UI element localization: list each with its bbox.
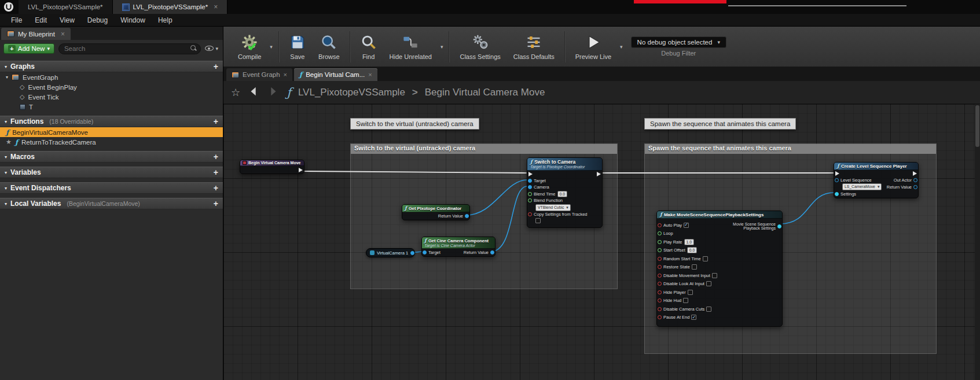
compile-button[interactable]: Compile [232,33,267,60]
close-icon[interactable]: × [284,71,287,78]
expander-icon[interactable]: ▾ [6,75,8,80]
tree-item-event-beginplay[interactable]: ◇ Event BeginPlay [0,82,223,92]
hide-hud-pin[interactable] [658,298,662,302]
hide-player-pin[interactable] [658,290,662,294]
window-tab-level[interactable]: LVL_PixotopeVSSample* [19,0,113,14]
blueprint-graph-canvas[interactable]: Switch to the virtual (untracked) camera… [223,104,980,380]
add-macro-button[interactable]: + [214,153,218,161]
nav-back-button[interactable] [247,85,260,100]
tree-item-begin-virtual-camera-move[interactable]: ƒ BeginVirtualCameraMove [0,127,223,137]
target-pin[interactable] [423,250,427,254]
close-icon[interactable]: × [368,71,372,78]
disable-look-at-input-pin[interactable] [658,282,662,286]
add-new-button[interactable]: + Add New ▾ [3,43,54,54]
level-sequence-dropdown[interactable]: LS_CameraMove ▾ [842,183,882,190]
settings-pin[interactable] [835,192,839,196]
menu-debug[interactable]: Debug [81,15,114,25]
class-defaults-button[interactable]: Class Defaults [507,33,561,60]
node-create-level-sequence-player[interactable]: ƒ Create Level Sequence Player Level Seq… [834,162,919,198]
disable-movement-input-checkbox[interactable] [712,273,717,278]
node-virtual-camera-variable[interactable]: VirtualCamera 1 [366,248,415,257]
section-variables[interactable]: ▾ Variables + [0,167,223,178]
exec-in-pin[interactable] [528,172,533,176]
search-input[interactable] [58,43,201,54]
nav-forward-button[interactable] [267,85,280,100]
node-make-playback-settings[interactable]: ƒ Make MovieSceneSequencePlaybackSetting… [656,211,783,327]
debug-object-dropdown[interactable]: No debug object selected ▾ [631,36,726,48]
blend-function-dropdown[interactable]: VTBlend Cubic ▾ [535,204,571,211]
exec-out-pin[interactable] [299,168,303,172]
random-start-time-pin[interactable] [658,257,662,261]
add-variable-button[interactable]: + [214,168,218,176]
section-macros[interactable]: ▾ Macros + [0,151,223,163]
auto-play-pin[interactable] [658,223,662,227]
pause-at-end-pin[interactable] [658,315,662,319]
exec-in-pin[interactable] [835,171,839,176]
auto-play-checkbox[interactable]: ✓ [684,223,689,228]
play-rate-pin[interactable] [658,240,662,244]
close-icon[interactable]: × [214,3,218,11]
save-button[interactable]: Save [283,33,312,60]
restore-state-checkbox[interactable] [692,264,697,270]
out-actor-pin[interactable] [913,178,917,182]
exec-out-pin[interactable] [913,171,917,176]
level-sequence-pin[interactable] [835,178,839,182]
menu-window[interactable]: Window [114,15,152,25]
add-local-variable-button[interactable]: + [214,200,218,208]
restore-state-pin[interactable] [658,265,662,269]
section-event-dispatchers[interactable]: ▾ Event Dispatchers + [0,182,223,194]
copy-settings-checkbox[interactable] [535,218,541,223]
class-settings-button[interactable]: Class Settings [453,33,506,60]
return-value-pin[interactable] [490,250,494,254]
disable-look-at-input-checkbox[interactable] [706,281,711,286]
copy-settings-pin[interactable] [528,212,532,216]
window-tab-blueprint[interactable]: LVL_PixotopeVSSample* × [113,0,228,14]
compile-options-caret[interactable]: ▾ [267,44,275,50]
hide-unrelated-options-caret[interactable]: ▾ [438,44,446,50]
bookmark-star-icon[interactable]: ☆ [231,86,240,99]
preview-live-button[interactable]: Preview Live [569,33,618,60]
target-pin[interactable] [528,179,532,183]
random-start-time-checkbox[interactable] [703,256,708,261]
add-graph-button[interactable]: + [214,62,218,71]
tab-my-blueprint[interactable]: My Blueprint × [1,28,71,40]
disable-camera-cuts-pin[interactable] [658,307,662,311]
menu-file[interactable]: File [5,15,28,25]
menu-edit[interactable]: Edit [28,15,53,25]
camera-pin[interactable] [528,185,532,189]
exec-out-pin[interactable] [597,172,601,176]
find-button[interactable]: Find [354,33,383,60]
node-get-pixotope-coordinator[interactable]: ƒ Get Pixotope Coordinator Return Value [402,204,470,220]
tree-item-t[interactable]: T [0,102,223,112]
blend-time-pin[interactable] [528,192,532,196]
add-event-dispatcher-button[interactable]: + [214,184,218,192]
menu-help[interactable]: Help [152,15,179,25]
section-local-variables[interactable]: ▾ Local Variables (BeginVirtualCameraMov… [0,198,223,209]
blend-time-value[interactable]: 0.0 [557,191,567,197]
tab-event-graph[interactable]: Event Graph × [226,68,292,81]
tree-item-event-tick[interactable]: ◇ Event Tick [0,92,223,102]
tab-begin-virtual-camera-move[interactable]: ƒ Begin Virtual Cam... × [294,68,377,81]
disable-camera-cuts-checkbox[interactable] [706,307,711,312]
browse-button[interactable]: Browse [312,33,346,60]
preview-live-options-caret[interactable]: ▾ [618,44,625,50]
unreal-logo-icon[interactable] [3,2,14,12]
playback-settings-out-pin[interactable] [777,224,781,228]
node-switch-to-camera[interactable]: ƒ Switch to Camera Target is Pixotope Co… [527,157,603,228]
canvas-vertical-scrollbar[interactable] [975,104,980,380]
start-offset-value[interactable]: 0.0 [687,247,697,253]
add-function-button[interactable]: + [214,117,218,126]
pause-at-end-checkbox[interactable]: ✓ [691,315,696,320]
disable-movement-input-pin[interactable] [658,274,662,278]
play-rate-value[interactable]: 1.0 [684,239,694,245]
hide-player-checkbox[interactable] [688,290,693,295]
section-functions[interactable]: ▾ Functions (18 Overridable) + [0,116,223,127]
return-value-pin[interactable] [913,185,917,189]
breadcrumb-root[interactable]: LVL_PixotopeVSSample [298,87,405,98]
close-icon[interactable]: × [61,30,65,38]
node-get-cine-camera-component[interactable]: ƒ Get Cine Camera Component Target is Ci… [421,237,495,257]
tree-item-return-to-tracked-camera[interactable]: ★ ƒ ReturnToTrackedCamera [0,137,223,147]
return-value-pin[interactable] [465,214,469,218]
loop-pin[interactable] [658,231,662,235]
node-begin-virtual-camera-move[interactable]: Begin Virtual Camera Move [240,160,304,174]
